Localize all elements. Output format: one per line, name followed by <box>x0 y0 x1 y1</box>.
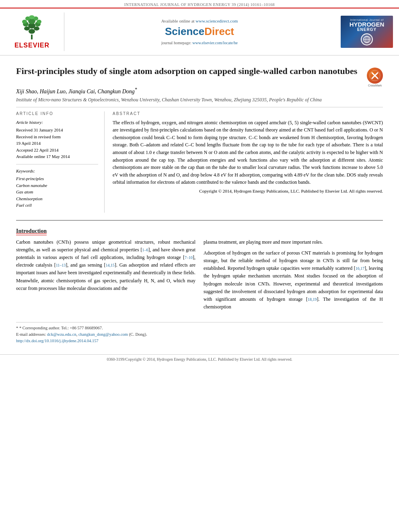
intro-para-1: Carbon nanotubes (CNTs) possess unique g… <box>16 238 195 292</box>
journal-homepage-link[interactable]: www.elsevier.com/locate/he <box>192 41 238 45</box>
received-revised-label: Received in revised form <box>16 134 98 140</box>
abstract-label: ABSTRACT <box>113 111 383 116</box>
article-info-abstract: ARTICLE INFO Article history: Received 3… <box>16 111 383 213</box>
footnote-corresponding-text: * Corresponding author. Tel.: +86 577 86… <box>19 326 103 330</box>
crossmark-badge: CrossMark <box>367 68 383 87</box>
paper-container: CrossMark First-principles study of sing… <box>0 55 399 350</box>
footnote-email: E-mail addresses: dck@wzu.edu.cn, changk… <box>16 331 383 338</box>
globe-icon <box>361 33 373 45</box>
ref-16-17[interactable]: 16,17 <box>356 266 365 271</box>
intro-col-left: Carbon nanotubes (CNTs) possess unique g… <box>16 238 195 314</box>
journal-homepage-line: journal homepage: www.elsevier.com/locat… <box>161 41 238 45</box>
journal-cover-intl: International Journal of <box>350 18 383 21</box>
article-history-group: Article history: Received 31 January 201… <box>16 119 98 160</box>
intro-para-3: Adsorption of hydrogen on the surface of… <box>204 249 383 311</box>
svg-point-8 <box>22 20 27 24</box>
keywords-label: Keywords: <box>16 168 98 175</box>
paper-title: First-principles study of single atom ad… <box>16 66 383 77</box>
authors-text: Xiji Shao, Haijun Luo, Jianqiu Cai, Chan… <box>16 88 137 94</box>
direct-part: Direct <box>204 25 234 37</box>
keyword-2: Carbon nanotube <box>16 182 98 189</box>
ref-14-15[interactable]: 14,15 <box>106 263 115 267</box>
article-info-col: ARTICLE INFO Article history: Received 3… <box>16 111 105 213</box>
introduction-section: Introduction Carbon nanotubes (CNTs) pos… <box>16 228 383 314</box>
intro-heading: Introduction <box>16 228 47 235</box>
sd-url-link[interactable]: www.sciencedirect.com <box>195 18 238 23</box>
footnote-star: * <box>16 326 18 330</box>
abstract-copyright: Copyright © 2014, Hydrogen Energy Public… <box>113 189 383 193</box>
journal-cover-section: International Journal of HYDROGEN ENERGY <box>335 12 399 51</box>
received-date: Received 31 January 2014 <box>16 127 98 134</box>
footer-text: 0360-3199/Copyright © 2014, Hydrogen Ene… <box>107 357 292 362</box>
crossmark-label: CrossMark <box>367 84 383 87</box>
email-link-1[interactable]: dck@wzu.edu.cn <box>47 332 76 337</box>
journal-info: INTERNATIONAL JOURNAL OF HYDROGEN ENERGY… <box>124 2 275 7</box>
keyword-4: Chemisorption <box>16 195 98 202</box>
footer-bar: 0360-3199/Copyright © 2014, Hydrogen Ene… <box>0 354 399 364</box>
footnote-doi: http://dx.doi.org/10.1016/j.ijhydene.201… <box>16 338 383 344</box>
keyword-3: Gas atom <box>16 189 98 195</box>
elsevier-logo-section: ELSEVIER <box>0 12 64 51</box>
journal-cover-image: International Journal of HYDROGEN ENERGY <box>341 16 393 48</box>
section-divider <box>16 220 383 221</box>
footnote-area: * * Corresponding author. Tel.: +86 577 … <box>16 322 383 344</box>
divider-1 <box>16 107 383 107</box>
keywords-list: First-principles Carbon nanotube Gas ato… <box>16 175 98 209</box>
svg-point-12 <box>29 15 35 19</box>
intro-two-col: Carbon nanotubes (CNTs) possess unique g… <box>16 238 383 314</box>
doi-link[interactable]: http://dx.doi.org/10.1016/j.ijhydene.201… <box>16 339 99 343</box>
divider-keywords <box>16 164 98 164</box>
sciencedirect-logo: ScienceDirect <box>165 25 234 38</box>
ref-18-19[interactable]: 18,19 <box>308 297 317 302</box>
article-history-title: Article history: <box>16 119 98 126</box>
ref-7-10[interactable]: 7–10 <box>185 255 193 260</box>
journal-cover-hydrogen: HYDROGEN <box>350 21 385 27</box>
email-label: E-mail addresses: <box>16 332 46 337</box>
keyword-5: Fuel cell <box>16 202 98 209</box>
ref-11-13[interactable]: 11–13 <box>56 263 66 267</box>
abstract-col: ABSTRACT The effects of hydrogen, oxygen… <box>113 111 383 213</box>
journal-cover-energy: ENERGY <box>357 27 376 32</box>
available-online-date: Available online 17 May 2014 <box>16 153 98 160</box>
header-area: ELSEVIER Available online at www.science… <box>0 8 399 55</box>
affiliation-text: Institute of Micro-nano Structures & Opt… <box>16 97 383 103</box>
keywords-group: Keywords: First-principles Carbon nanotu… <box>16 168 98 209</box>
article-info-label: ARTICLE INFO <box>16 111 98 116</box>
authors-line: Xiji Shao, Haijun Luo, Jianqiu Cai, Chan… <box>16 87 383 95</box>
revised-date: 19 April 2014 <box>16 140 98 147</box>
journal-header-bar: INTERNATIONAL JOURNAL OF HYDROGEN ENERGY… <box>0 0 399 8</box>
abstract-text: The effects of hydrogen, oxygen, and nit… <box>113 119 383 186</box>
header-center: Available online at www.sciencedirect.co… <box>64 12 335 51</box>
intro-col-right: plasma treatment, are playing more and m… <box>204 238 383 314</box>
ref-1-6[interactable]: 1–6 <box>142 248 148 252</box>
available-online-text: Available online at www.sciencedirect.co… <box>161 18 238 23</box>
intro-para-2: plasma treatment, are playing more and m… <box>204 238 383 246</box>
science-part: Science <box>165 25 204 37</box>
email2-name: (C. Dong). <box>129 332 147 337</box>
keyword-1: First-principles <box>16 175 98 182</box>
elsevier-label: ELSEVIER <box>14 42 49 49</box>
email-link-2[interactable]: changkun_dong@yahoo.com <box>78 332 128 337</box>
svg-point-1 <box>29 29 35 34</box>
accepted-date: Accepted 22 April 2014 <box>16 147 98 154</box>
crossmark-circle <box>367 68 383 84</box>
svg-rect-0 <box>31 35 33 39</box>
elsevier-tree-icon <box>16 14 48 41</box>
footnote-corresponding: * * Corresponding author. Tel.: +86 577 … <box>16 325 383 331</box>
svg-point-9 <box>37 20 41 24</box>
abstract-paragraph: The effects of hydrogen, oxygen, and nit… <box>113 119 383 186</box>
